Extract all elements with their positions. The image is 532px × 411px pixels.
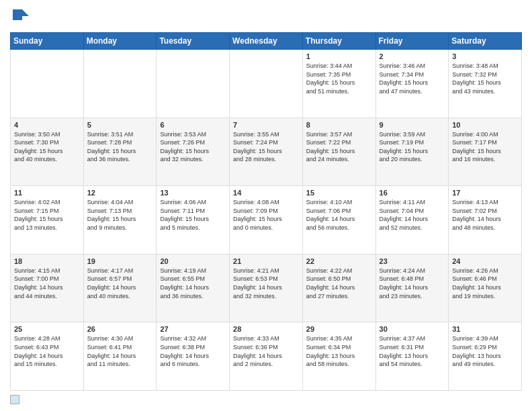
day-info: Sunrise: 4:35 AM Sunset: 6:34 PM Dayligh… [306,334,372,368]
calendar-cell: 26Sunrise: 4:30 AM Sunset: 6:41 PM Dayli… [83,322,157,391]
day-info: Sunrise: 4:08 AM Sunset: 7:09 PM Dayligh… [233,198,299,232]
weekday-friday: Friday [375,33,449,50]
calendar-cell: 29Sunrise: 4:35 AM Sunset: 6:34 PM Dayli… [302,322,375,391]
day-number: 16 [380,189,445,197]
day-info: Sunrise: 3:51 AM Sunset: 7:28 PM Dayligh… [87,130,153,164]
calendar-cell: 9Sunrise: 3:59 AM Sunset: 7:19 PM Daylig… [375,118,449,186]
page: SundayMondayTuesdayWednesdayThursdayFrid… [0,0,532,411]
calendar-cell: 7Sunrise: 3:55 AM Sunset: 7:24 PM Daylig… [230,118,303,186]
day-number: 12 [87,189,153,197]
day-number: 25 [14,325,80,333]
calendar-cell: 16Sunrise: 4:11 AM Sunset: 7:04 PM Dayli… [375,186,449,255]
svg-marker-0 [22,9,29,16]
day-info: Sunrise: 4:17 AM Sunset: 6:57 PM Dayligh… [87,267,153,300]
day-number: 1 [306,52,372,60]
day-number: 20 [160,257,226,265]
calendar-week-2: 4Sunrise: 3:50 AM Sunset: 7:30 PM Daylig… [11,118,522,186]
calendar-cell [83,50,157,118]
logo [10,7,33,27]
calendar-week-1: 1Sunrise: 3:44 AM Sunset: 7:35 PM Daylig… [11,50,522,118]
day-info: Sunrise: 3:50 AM Sunset: 7:30 PM Dayligh… [14,130,80,164]
calendar-cell: 21Sunrise: 4:21 AM Sunset: 6:53 PM Dayli… [230,254,303,322]
calendar-cell: 24Sunrise: 4:26 AM Sunset: 6:46 PM Dayli… [449,254,522,322]
calendar-table: SundayMondayTuesdayWednesdayThursdayFrid… [10,32,522,391]
day-number: 27 [160,325,226,333]
calendar-cell: 8Sunrise: 3:57 AM Sunset: 7:22 PM Daylig… [302,118,375,186]
day-info: Sunrise: 4:39 AM Sunset: 6:29 PM Dayligh… [452,334,518,368]
day-number: 13 [160,189,226,197]
day-info: Sunrise: 4:11 AM Sunset: 7:04 PM Dayligh… [380,198,445,232]
day-info: Sunrise: 4:06 AM Sunset: 7:11 PM Dayligh… [160,198,226,232]
weekday-header-row: SundayMondayTuesdayWednesdayThursdayFrid… [11,33,522,50]
calendar-cell [230,50,303,118]
day-number: 7 [233,121,299,129]
day-info: Sunrise: 4:13 AM Sunset: 7:02 PM Dayligh… [452,198,518,232]
day-number: 14 [233,189,299,197]
calendar-cell [157,50,230,118]
day-number: 11 [14,189,80,197]
svg-rect-1 [13,9,22,16]
day-number: 2 [380,52,445,60]
day-number: 28 [233,325,299,333]
day-info: Sunrise: 4:21 AM Sunset: 6:53 PM Dayligh… [233,267,299,300]
day-info: Sunrise: 4:10 AM Sunset: 7:06 PM Dayligh… [306,198,372,232]
day-number: 17 [452,189,518,197]
day-info: Sunrise: 4:04 AM Sunset: 7:13 PM Dayligh… [87,198,153,232]
day-number: 30 [380,325,445,333]
day-number: 6 [160,121,226,129]
day-info: Sunrise: 3:53 AM Sunset: 7:26 PM Dayligh… [160,130,226,164]
day-info: Sunrise: 4:15 AM Sunset: 7:00 PM Dayligh… [14,267,80,300]
weekday-thursday: Thursday [302,33,375,50]
logo-icon [10,7,30,27]
calendar-cell: 13Sunrise: 4:06 AM Sunset: 7:11 PM Dayli… [157,186,230,255]
day-info: Sunrise: 4:26 AM Sunset: 6:46 PM Dayligh… [452,267,518,300]
day-info: Sunrise: 4:00 AM Sunset: 7:17 PM Dayligh… [452,130,518,164]
day-number: 21 [233,257,299,265]
calendar-cell: 27Sunrise: 4:32 AM Sunset: 6:38 PM Dayli… [157,322,230,391]
calendar-cell: 19Sunrise: 4:17 AM Sunset: 6:57 PM Dayli… [83,254,157,322]
day-info: Sunrise: 4:37 AM Sunset: 6:31 PM Dayligh… [380,334,445,368]
calendar-cell: 25Sunrise: 4:28 AM Sunset: 6:43 PM Dayli… [11,322,84,391]
calendar-cell: 5Sunrise: 3:51 AM Sunset: 7:28 PM Daylig… [83,118,157,186]
day-info: Sunrise: 4:33 AM Sunset: 6:36 PM Dayligh… [233,334,299,368]
day-number: 24 [452,257,518,265]
calendar-week-3: 11Sunrise: 4:02 AM Sunset: 7:15 PM Dayli… [11,186,522,255]
calendar-cell: 3Sunrise: 3:48 AM Sunset: 7:32 PM Daylig… [449,50,522,118]
weekday-monday: Monday [83,33,157,50]
day-number: 23 [380,257,445,265]
day-number: 15 [306,189,372,197]
calendar-cell: 18Sunrise: 4:15 AM Sunset: 7:00 PM Dayli… [11,254,84,322]
day-number: 10 [452,121,518,129]
calendar-cell: 1Sunrise: 3:44 AM Sunset: 7:35 PM Daylig… [302,50,375,118]
day-number: 26 [87,325,153,333]
calendar-cell: 4Sunrise: 3:50 AM Sunset: 7:30 PM Daylig… [11,118,84,186]
calendar-cell: 15Sunrise: 4:10 AM Sunset: 7:06 PM Dayli… [302,186,375,255]
day-info: Sunrise: 3:59 AM Sunset: 7:19 PM Dayligh… [380,130,445,164]
calendar-cell: 6Sunrise: 3:53 AM Sunset: 7:26 PM Daylig… [157,118,230,186]
calendar-cell: 12Sunrise: 4:04 AM Sunset: 7:13 PM Dayli… [83,186,157,255]
calendar-week-4: 18Sunrise: 4:15 AM Sunset: 7:00 PM Dayli… [11,254,522,322]
day-number: 31 [452,325,518,333]
day-number: 19 [87,257,153,265]
svg-rect-2 [13,16,22,20]
day-info: Sunrise: 4:32 AM Sunset: 6:38 PM Dayligh… [160,334,226,368]
day-number: 3 [452,52,518,60]
day-info: Sunrise: 3:55 AM Sunset: 7:24 PM Dayligh… [233,130,299,164]
weekday-sunday: Sunday [11,33,84,50]
header [10,7,522,27]
day-number: 8 [306,121,372,129]
day-info: Sunrise: 4:24 AM Sunset: 6:48 PM Dayligh… [380,267,445,300]
weekday-tuesday: Tuesday [157,33,230,50]
calendar-cell: 23Sunrise: 4:24 AM Sunset: 6:48 PM Dayli… [375,254,449,322]
day-info: Sunrise: 4:02 AM Sunset: 7:15 PM Dayligh… [14,198,80,232]
calendar-cell: 10Sunrise: 4:00 AM Sunset: 7:17 PM Dayli… [449,118,522,186]
calendar-cell: 11Sunrise: 4:02 AM Sunset: 7:15 PM Dayli… [11,186,84,255]
day-info: Sunrise: 4:22 AM Sunset: 6:50 PM Dayligh… [306,267,372,300]
weekday-saturday: Saturday [449,33,522,50]
calendar-cell: 14Sunrise: 4:08 AM Sunset: 7:09 PM Dayli… [230,186,303,255]
calendar-cell: 22Sunrise: 4:22 AM Sunset: 6:50 PM Dayli… [302,254,375,322]
calendar-cell: 31Sunrise: 4:39 AM Sunset: 6:29 PM Dayli… [449,322,522,391]
day-info: Sunrise: 3:46 AM Sunset: 7:34 PM Dayligh… [380,62,445,95]
calendar-cell: 30Sunrise: 4:37 AM Sunset: 6:31 PM Dayli… [375,322,449,391]
calendar-cell: 28Sunrise: 4:33 AM Sunset: 6:36 PM Dayli… [230,322,303,391]
